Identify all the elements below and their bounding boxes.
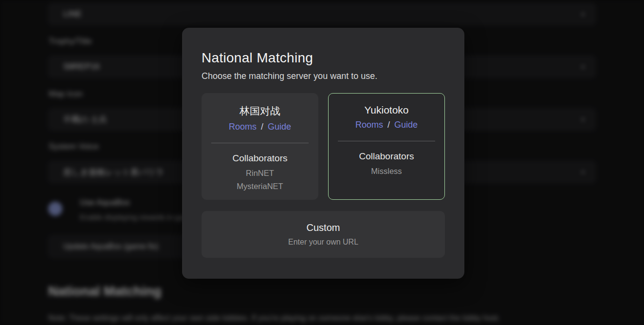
rooms-link[interactable]: Rooms — [229, 122, 257, 132]
collaborator-name: RinNET — [202, 167, 318, 180]
server-name: Yukiotoko — [329, 104, 444, 116]
guide-link[interactable]: Guide — [394, 120, 418, 130]
modal-title: National Matching — [202, 50, 445, 66]
collaborators-heading: Collaborators — [329, 151, 444, 162]
national-matching-modal: National Matching Choose the matching se… — [182, 28, 464, 279]
custom-card-title: Custom — [307, 222, 340, 233]
link-separator: / — [385, 120, 392, 130]
collaborators-list: Missless — [329, 165, 444, 178]
collaborators-list: RinNET MysteriaNET — [202, 167, 318, 193]
card-divider — [211, 143, 309, 143]
server-card-yukiotoko-selected[interactable]: Yukiotoko Rooms / Guide Collaborators Mi… — [328, 93, 445, 200]
rooms-link[interactable]: Rooms — [355, 120, 383, 130]
server-links: Rooms / Guide — [202, 122, 318, 132]
card-divider — [338, 141, 435, 141]
collaborator-name: Missless — [329, 165, 444, 178]
server-links: Rooms / Guide — [329, 120, 444, 130]
guide-link[interactable]: Guide — [268, 122, 291, 132]
server-options: 林国对战 Rooms / Guide Collaborators RinNET … — [202, 93, 445, 200]
collaborators-heading: Collaborators — [202, 153, 318, 164]
collaborator-name: MysteriaNET — [202, 180, 318, 193]
server-card-linguo[interactable]: 林国对战 Rooms / Guide Collaborators RinNET … — [202, 93, 318, 200]
modal-subtitle: Choose the matching server you want to u… — [202, 71, 445, 81]
server-name: 林国对战 — [202, 104, 318, 118]
link-separator: / — [258, 122, 266, 132]
custom-server-card[interactable]: Custom Enter your own URL — [202, 211, 445, 258]
custom-card-subtitle: Enter your own URL — [288, 238, 358, 247]
